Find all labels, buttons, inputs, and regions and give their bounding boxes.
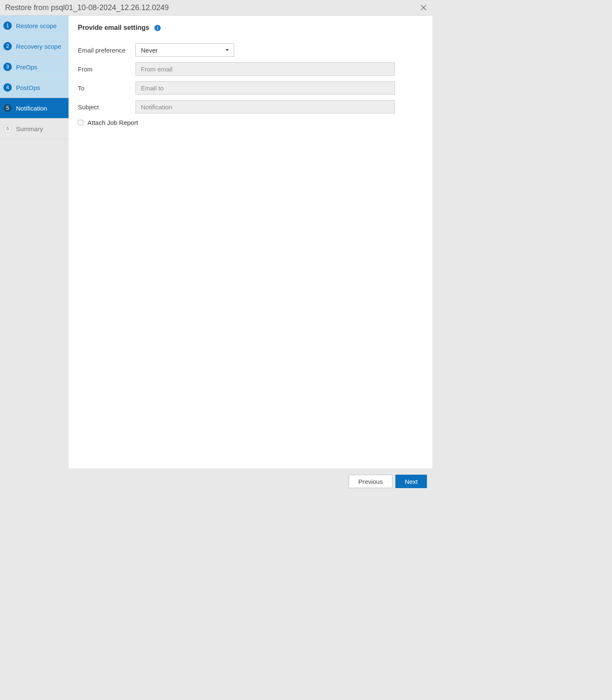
email-preference-row: Email preference Never [78,43,423,57]
from-label: From [78,66,135,73]
subject-input[interactable] [135,100,395,114]
sidebar-step-notification[interactable]: 5 Notification [0,98,69,119]
dialog-body: 1 Restore scope 2 Recovery scope 3 PreOp… [0,16,432,468]
email-preference-select[interactable]: Never [135,43,234,57]
subject-row: Subject [78,100,423,114]
content-title: Provide email settings [78,24,149,32]
step-label: PreOps [16,63,37,71]
step-number-icon: 4 [3,83,12,92]
close-icon[interactable] [420,4,427,11]
step-label: Notification [16,105,47,112]
sidebar-step-preops[interactable]: 3 PreOps [0,57,69,77]
wizard-sidebar: 1 Restore scope 2 Recovery scope 3 PreOp… [0,16,69,468]
attach-job-row: Attach Job Report [78,119,423,126]
attach-job-label: Attach Job Report [87,119,138,126]
restore-dialog: Restore from psql01_10-08-2024_12.26.12.… [0,0,432,494]
dialog-header: Restore from psql01_10-08-2024_12.26.12.… [0,0,432,16]
step-label: Restore scope [16,22,57,29]
step-label: Summary [16,125,43,132]
to-input[interactable] [135,81,395,95]
sidebar-step-postops[interactable]: 4 PostOps [0,77,69,98]
previous-button[interactable]: Previous [349,475,392,488]
info-icon[interactable]: i [154,25,161,31]
chevron-down-icon [225,49,229,51]
step-label: Recovery scope [16,43,61,50]
to-row: To [78,81,423,95]
sidebar-step-recovery-scope[interactable]: 2 Recovery scope [0,36,69,57]
next-button[interactable]: Next [395,475,427,488]
step-number-icon: 3 [3,63,12,71]
email-preference-label: Email preference [78,47,135,54]
step-number-icon: 2 [3,42,12,50]
from-input[interactable] [135,62,395,76]
content-header: Provide email settings i [78,24,423,32]
dialog-footer: Previous Next [0,468,432,494]
step-label: PostOps [16,84,40,91]
dialog-title: Restore from psql01_10-08-2024_12.26.12.… [5,3,169,12]
attach-job-checkbox[interactable] [78,120,83,125]
from-row: From [78,62,423,76]
step-number-icon: 1 [3,21,12,30]
sidebar-step-summary[interactable]: 6 Summary [0,119,69,139]
step-number-icon: 5 [3,104,12,112]
main-content: Provide email settings i Email preferenc… [69,16,432,468]
to-label: To [78,85,135,92]
sidebar-step-restore-scope[interactable]: 1 Restore scope [0,16,69,36]
subject-label: Subject [78,103,135,111]
select-value: Never [141,47,158,54]
step-number-icon: 6 [3,124,12,133]
